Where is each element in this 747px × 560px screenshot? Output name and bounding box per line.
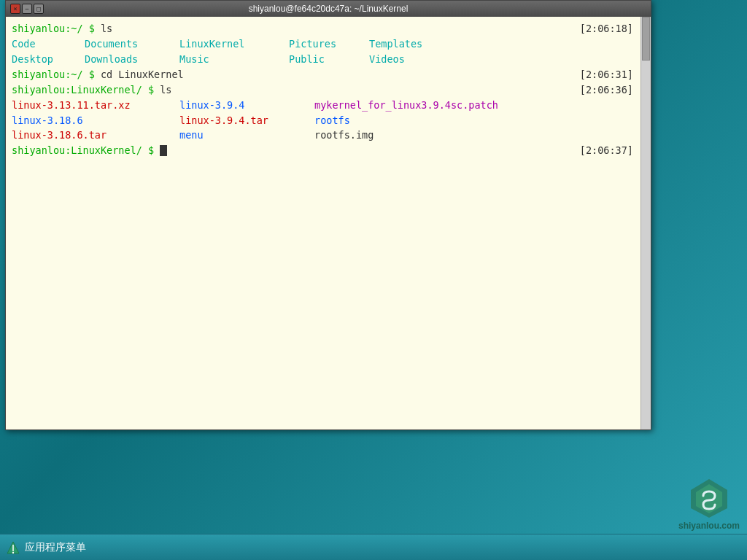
terminal-line-4: shiyanlou:~/ $ cd LinuxKernel [2:06:31] <box>12 67 633 82</box>
timestamp-1: [2:06:18] <box>580 21 633 36</box>
dir-linuxkernel: LinuxKernel <box>179 36 289 52</box>
dir-music: Music <box>179 52 289 67</box>
taskbar-menu-icon <box>6 540 20 555</box>
file-linux-3-18-6: linux-3.18.6 <box>12 113 179 128</box>
window-title: shiyanlou@fe64c20dc47a: ~/LinuxKernel <box>249 4 409 14</box>
command: ls <box>95 23 112 34</box>
dir-code: Code <box>12 36 85 52</box>
taskbar: 应用程序菜单 <box>0 534 747 560</box>
file-linux-3-9-4-tar: linux-3.9.4.tar <box>179 113 314 128</box>
command-2: cd LinuxKernel <box>95 69 184 80</box>
terminal-line-3: Desktop Downloads Music Public Videos <box>12 52 633 67</box>
terminal-line-7: linux-3.18.6 linux-3.9.4.tar rootfs <box>12 113 633 128</box>
scrollbar-thumb[interactable] <box>642 17 650 61</box>
close-button[interactable]: × <box>10 4 20 14</box>
file-linux-3-9-4: linux-3.9.4 <box>179 98 314 113</box>
file-rootfs-img: rootfs.img <box>314 128 374 143</box>
desktop: × − □ shiyanlou@fe64c20dc47a: ~/LinuxKer… <box>0 0 747 560</box>
terminal-line-2: Code Documents LinuxKernel Pictures Temp… <box>12 36 633 52</box>
dir-desktop: Desktop <box>12 52 85 67</box>
dir-downloads: Downloads <box>85 52 179 67</box>
cursor <box>160 145 167 156</box>
command-3: ls <box>154 84 171 96</box>
dir-rootfs: rootfs <box>314 113 350 128</box>
titlebar-buttons: × − □ <box>10 4 44 14</box>
prompt: shiyanlou:~/ $ <box>12 23 95 34</box>
file-linux-3-18-6-tar: linux-3.18.6.tar <box>12 128 179 143</box>
dir-videos: Videos <box>369 52 405 67</box>
terminal-line-8: linux-3.18.6.tar menu rootfs.img <box>12 128 633 143</box>
terminal-line-5: shiyanlou:LinuxKernel/ $ ls [2:06:36] <box>12 82 633 98</box>
timestamp-5: [2:06:36] <box>580 82 633 98</box>
minimize-button[interactable]: − <box>22 4 32 14</box>
taskbar-menu-button[interactable]: 应用程序菜单 <box>6 540 86 555</box>
prompt-4: shiyanlou:LinuxKernel/ $ <box>12 144 154 156</box>
dir-pictures: Pictures <box>289 36 369 52</box>
terminal-line-6: linux-3.13.11.tar.xz linux-3.9.4 mykerne… <box>12 98 633 113</box>
prompt-2: shiyanlou:~/ $ <box>12 69 95 80</box>
dir-templates: Templates <box>369 36 422 52</box>
file-menu: menu <box>179 128 314 143</box>
shiyanlou-logo <box>687 475 731 519</box>
maximize-button[interactable]: □ <box>34 4 44 14</box>
scrollbar[interactable] <box>640 17 651 429</box>
dir-documents: Documents <box>85 36 179 52</box>
prompt-3: shiyanlou:LinuxKernel/ $ <box>12 84 154 96</box>
timestamp-9: [2:06:37] <box>580 143 633 158</box>
terminal-titlebar: × − □ shiyanlou@fe64c20dc47a: ~/LinuxKer… <box>6 1 651 17</box>
terminal-line-1: shiyanlou:~/ $ ls [2:06:18] <box>12 21 633 36</box>
cursor-area <box>154 144 167 156</box>
terminal-body[interactable]: shiyanlou:~/ $ ls [2:06:18] Code Documen… <box>6 17 651 429</box>
terminal-window: × − □ shiyanlou@fe64c20dc47a: ~/LinuxKer… <box>5 0 651 430</box>
terminal-line-9: shiyanlou:LinuxKernel/ $ [2:06:37] <box>12 143 633 158</box>
taskbar-menu-label: 应用程序菜单 <box>25 541 86 554</box>
dir-public: Public <box>289 52 369 67</box>
timestamp-4: [2:06:31] <box>580 67 633 82</box>
file-linux-3-13: linux-3.13.11.tar.xz <box>12 98 179 113</box>
terminal-content: shiyanlou:~/ $ ls [2:06:18] Code Documen… <box>12 21 645 158</box>
svg-point-4 <box>12 551 14 553</box>
watermark: shiyanlou.com <box>678 475 740 531</box>
file-mykernel-patch: mykernel_for_linux3.9.4sc.patch <box>314 98 498 113</box>
watermark-url: shiyanlou.com <box>678 521 740 531</box>
